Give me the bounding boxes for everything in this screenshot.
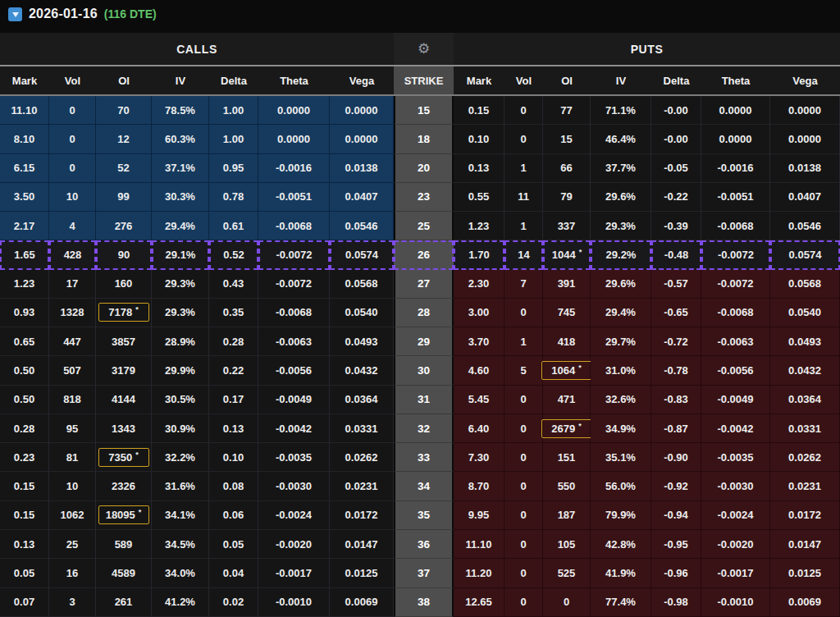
call-vol-cell[interactable]: 95 bbox=[49, 414, 96, 443]
put-oi-cell[interactable]: 471 bbox=[543, 386, 591, 414]
put-oi-cell[interactable]: 15 bbox=[543, 125, 591, 153]
call-delta-cell[interactable]: 0.43 bbox=[209, 270, 258, 299]
call-vega-cell[interactable]: 0.0000 bbox=[330, 125, 394, 153]
put-delta-cell[interactable]: -0.92 bbox=[651, 472, 701, 500]
call-mark-cell[interactable]: 3.50 bbox=[0, 183, 49, 212]
call-iv-cell[interactable]: 29.3% bbox=[152, 299, 209, 327]
put-theta-cell[interactable]: -0.0017 bbox=[701, 559, 770, 587]
call-oi-cell[interactable]: 3179 bbox=[96, 356, 152, 385]
put-theta-cell[interactable]: -0.0030 bbox=[701, 472, 770, 500]
call-mark-cell[interactable]: 0.50 bbox=[0, 356, 49, 385]
call-vega-cell[interactable]: 0.0231 bbox=[330, 472, 394, 500]
call-iv-cell[interactable]: 32.2% bbox=[152, 443, 209, 472]
put-vega-cell[interactable]: 0.0546 bbox=[770, 212, 840, 240]
call-delta-cell[interactable]: 0.05 bbox=[209, 530, 258, 559]
call-delta-cell[interactable]: 0.95 bbox=[209, 154, 258, 183]
put-oi-cell[interactable]: 391 bbox=[543, 270, 591, 299]
call-vol-cell[interactable]: 0 bbox=[49, 154, 96, 183]
call-vega-cell[interactable]: 0.0069 bbox=[330, 588, 394, 617]
put-vol-cell[interactable]: 0 bbox=[504, 588, 543, 617]
call-iv-cell[interactable]: 29.1% bbox=[152, 240, 209, 269]
put-vega-cell[interactable]: 0.0568 bbox=[770, 270, 840, 299]
put-delta-cell[interactable]: -0.83 bbox=[651, 386, 701, 414]
call-vega-cell[interactable]: 0.0546 bbox=[330, 212, 394, 240]
put-vega-cell[interactable]: 0.0125 bbox=[770, 559, 840, 587]
put-iv-cell[interactable]: 31.0% bbox=[591, 356, 651, 385]
call-theta-cell[interactable]: -0.0035 bbox=[258, 443, 330, 472]
call-oi-cell[interactable]: 7178* bbox=[96, 299, 152, 327]
put-theta-cell[interactable]: 0.0000 bbox=[701, 96, 770, 125]
call-iv-cell[interactable]: 60.3% bbox=[152, 125, 209, 153]
put-iv-cell[interactable]: 29.7% bbox=[591, 327, 651, 356]
call-vol-cell[interactable]: 25 bbox=[49, 530, 96, 559]
put-theta-cell[interactable]: 0.0000 bbox=[701, 125, 770, 153]
call-vega-cell[interactable]: 0.0262 bbox=[330, 443, 394, 472]
call-oi-cell[interactable]: 160 bbox=[96, 270, 152, 299]
call-iv-cell[interactable]: 34.5% bbox=[152, 530, 209, 559]
call-theta-cell[interactable]: -0.0049 bbox=[258, 386, 330, 414]
call-theta-cell[interactable]: -0.0056 bbox=[258, 356, 330, 385]
call-theta-cell[interactable]: -0.0024 bbox=[258, 501, 330, 530]
put-vol-cell[interactable]: 0 bbox=[504, 443, 543, 472]
call-theta-cell[interactable]: -0.0068 bbox=[258, 212, 330, 240]
strike-cell[interactable]: 23 bbox=[394, 183, 454, 212]
put-vega-cell[interactable]: 0.0000 bbox=[770, 125, 840, 153]
strike-cell[interactable]: 18 bbox=[394, 125, 454, 153]
put-iv-cell[interactable]: 41.9% bbox=[591, 559, 651, 587]
put-delta-cell[interactable]: -0.98 bbox=[651, 588, 701, 617]
put-vol-cell[interactable]: 1 bbox=[504, 327, 543, 356]
call-theta-cell[interactable]: -0.0051 bbox=[258, 183, 330, 212]
put-mark-cell[interactable]: 11.20 bbox=[454, 559, 504, 587]
call-delta-cell[interactable]: 0.61 bbox=[209, 212, 258, 240]
call-oi-cell[interactable]: 12 bbox=[96, 125, 152, 153]
put-vega-cell[interactable]: 0.0069 bbox=[770, 588, 840, 617]
put-delta-cell[interactable]: -0.57 bbox=[651, 270, 701, 299]
call-delta-cell[interactable]: 0.28 bbox=[209, 327, 258, 356]
put-iv-cell[interactable]: 37.7% bbox=[591, 154, 651, 183]
put-oi-cell[interactable]: 187 bbox=[543, 501, 591, 530]
call-mark-cell[interactable]: 0.07 bbox=[0, 588, 49, 617]
call-theta-cell[interactable]: 0.0000 bbox=[258, 125, 330, 153]
call-vol-cell[interactable]: 1062 bbox=[49, 501, 96, 530]
put-theta-cell[interactable]: -0.0016 bbox=[701, 154, 770, 183]
call-vol-cell[interactable]: 1328 bbox=[49, 299, 96, 327]
call-mark-cell[interactable]: 0.50 bbox=[0, 386, 49, 414]
call-vega-cell[interactable]: 0.0364 bbox=[330, 386, 394, 414]
put-vega-cell[interactable]: 0.0172 bbox=[770, 501, 840, 530]
put-vol-cell[interactable]: 0 bbox=[504, 559, 543, 587]
call-theta-cell[interactable]: 0.0000 bbox=[258, 96, 330, 125]
call-vega-cell[interactable]: 0.0331 bbox=[330, 414, 394, 443]
call-theta-cell[interactable]: -0.0068 bbox=[258, 299, 330, 327]
put-iv-cell[interactable]: 29.6% bbox=[591, 270, 651, 299]
put-iv-cell[interactable]: 42.8% bbox=[591, 530, 651, 559]
put-mark-cell[interactable]: 2.30 bbox=[454, 270, 504, 299]
call-mark-cell[interactable]: 0.15 bbox=[0, 501, 49, 530]
call-mark-cell[interactable]: 0.05 bbox=[0, 559, 49, 587]
put-oi-cell[interactable]: 0 bbox=[543, 588, 591, 617]
strike-cell[interactable]: 25 bbox=[394, 212, 454, 240]
put-theta-cell[interactable]: -0.0049 bbox=[701, 386, 770, 414]
strike-cell[interactable]: 30 bbox=[394, 356, 454, 385]
call-vega-cell[interactable]: 0.0125 bbox=[330, 559, 394, 587]
call-oi-cell[interactable]: 4144 bbox=[96, 386, 152, 414]
call-delta-cell[interactable]: 0.52 bbox=[209, 240, 258, 269]
put-mark-cell[interactable]: 11.10 bbox=[454, 530, 504, 559]
strike-cell[interactable]: 33 bbox=[394, 443, 454, 472]
put-vol-cell[interactable]: 0 bbox=[504, 414, 543, 443]
call-oi-cell[interactable]: 7350* bbox=[96, 443, 152, 472]
strike-cell[interactable]: 20 bbox=[394, 154, 454, 183]
put-iv-cell[interactable]: 29.3% bbox=[591, 212, 651, 240]
call-vol-cell[interactable]: 16 bbox=[49, 559, 96, 587]
put-oi-cell[interactable]: 2679* bbox=[543, 414, 591, 443]
put-delta-cell[interactable]: -0.00 bbox=[651, 96, 701, 125]
strike-cell[interactable]: 29 bbox=[394, 327, 454, 356]
put-vol-cell[interactable]: 0 bbox=[504, 386, 543, 414]
call-mark-cell[interactable]: 11.10 bbox=[0, 96, 49, 125]
call-vol-cell[interactable]: 818 bbox=[49, 386, 96, 414]
call-oi-cell[interactable]: 2326 bbox=[96, 472, 152, 500]
call-delta-cell[interactable]: 0.06 bbox=[209, 501, 258, 530]
put-theta-cell[interactable]: -0.0056 bbox=[701, 356, 770, 385]
put-vol-cell[interactable]: 14 bbox=[504, 240, 543, 269]
put-oi-cell[interactable]: 77 bbox=[543, 96, 591, 125]
put-mark-cell[interactable]: 1.70 bbox=[454, 240, 504, 269]
